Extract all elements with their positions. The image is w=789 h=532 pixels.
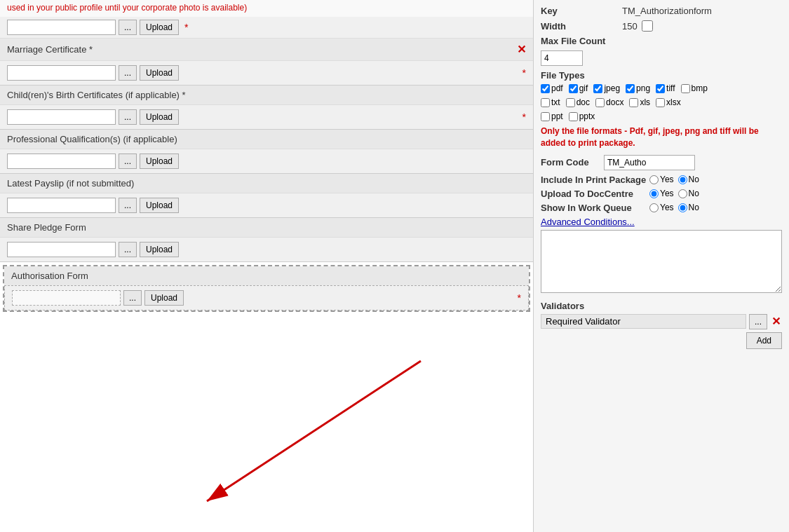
auth-section: Authorisation Form ... Upload * (3, 265, 530, 312)
upload-doccentre-row: Upload To DocCentre Yes No (541, 189, 782, 199)
bare-dots-button[interactable]: ... (119, 20, 137, 35)
right-panel: Key TM_Authorizationform Width 150 Max F… (533, 0, 789, 532)
validator-dots-button[interactable]: ... (749, 314, 767, 329)
filetype-xls: xls (629, 97, 650, 107)
bare-required-star: * (184, 22, 188, 33)
children-section: Child(ren)'s Birth Certificates (if appl… (0, 86, 533, 130)
upload-doccentre-no-label[interactable]: No (678, 189, 699, 198)
show-work-queue-yes-radio[interactable] (649, 203, 659, 212)
form-code-input[interactable] (604, 155, 695, 170)
share-file-input[interactable] (7, 242, 116, 257)
show-work-queue-no-radio[interactable] (678, 203, 687, 212)
bare-file-input[interactable] (7, 20, 116, 35)
show-work-queue-no-label[interactable]: No (678, 203, 699, 212)
filetype-txt-checkbox[interactable] (541, 98, 550, 107)
filetype-xls-checkbox[interactable] (629, 98, 638, 107)
filetype-bmp-checkbox[interactable] (681, 84, 690, 93)
marriage-required-star: * (522, 67, 526, 79)
include-print-label: Include In Print Package (541, 175, 649, 185)
payslip-upload-row: ... Upload (0, 193, 533, 217)
include-print-yes-radio[interactable] (649, 175, 659, 184)
share-section: Share Pledge Form ... Upload (0, 218, 533, 262)
add-validator-button[interactable]: Add (746, 332, 782, 349)
include-print-no-label[interactable]: No (678, 175, 699, 184)
filetype-tiff-checkbox[interactable] (656, 84, 665, 93)
payslip-header: Latest Payslip (if not submitted) (0, 174, 533, 193)
children-title: Child(ren)'s Birth Certificates (if appl… (7, 90, 186, 100)
filetype-gif: gif (569, 83, 588, 93)
filetype-gif-checkbox[interactable] (569, 84, 578, 93)
filetype-png-checkbox[interactable] (626, 84, 635, 93)
payslip-file-input[interactable] (7, 198, 116, 213)
auth-dots-button[interactable]: ... (123, 290, 142, 306)
auth-upload-button[interactable]: Upload (144, 290, 184, 306)
upload-doccentre-yes-radio[interactable] (649, 189, 659, 198)
validator-remove-button[interactable]: ✕ (770, 315, 782, 328)
filetype-bmp: bmp (681, 83, 708, 93)
marriage-header: Marriage Certificate * ✕ (0, 39, 533, 61)
upload-doccentre-yes-label[interactable]: Yes (649, 189, 674, 198)
key-row: Key TM_Authorizationform (541, 6, 782, 16)
upload-doccentre-label: Upload To DocCentre (541, 189, 649, 199)
file-types-label: File Types (541, 70, 782, 81)
upload-doccentre-options: Yes No (649, 189, 699, 198)
payslip-upload-button[interactable]: Upload (140, 198, 179, 213)
filetype-jpeg-checkbox[interactable] (593, 84, 602, 93)
top-note: used in your public profile until your c… (0, 0, 533, 17)
width-row: Width 150 (541, 20, 782, 32)
share-upload-row: ... Upload (0, 238, 533, 261)
advanced-conditions-link[interactable]: Advanced Conditions... (541, 217, 635, 227)
children-file-input[interactable] (7, 109, 116, 125)
upload-doccentre-no-radio[interactable] (678, 189, 687, 198)
payslip-dots-button[interactable]: ... (119, 198, 137, 213)
max-file-input[interactable] (541, 50, 583, 66)
width-value: 150 (622, 21, 638, 32)
share-upload-button[interactable]: Upload (140, 242, 179, 257)
marriage-file-input[interactable] (7, 65, 116, 81)
advanced-conditions-textarea[interactable] (541, 230, 782, 293)
include-print-yes-label[interactable]: Yes (649, 175, 674, 184)
bare-upload-button[interactable]: Upload (140, 20, 179, 35)
share-dots-button[interactable]: ... (119, 242, 137, 257)
children-header: Child(ren)'s Birth Certificates (if appl… (0, 86, 533, 105)
auth-file-input[interactable] (12, 290, 121, 306)
show-work-queue-row: Show In Work Queue Yes No (541, 203, 782, 213)
share-title: Share Pledge Form (7, 222, 86, 233)
qualification-upload-row: ... Upload (0, 149, 533, 173)
qualification-file-input[interactable] (7, 154, 116, 169)
filetype-jpeg: jpeg (593, 83, 620, 93)
include-print-options: Yes No (649, 175, 699, 184)
max-file-label: Max File Count (541, 36, 618, 46)
marriage-close-button[interactable]: ✕ (517, 43, 526, 56)
filetype-ppt-checkbox[interactable] (541, 112, 550, 121)
filetype-txt: txt (541, 97, 560, 107)
filetype-png: png (626, 83, 650, 93)
include-print-no-radio[interactable] (678, 175, 687, 184)
filetype-pptx-checkbox[interactable] (569, 112, 578, 121)
filetype-pptx: pptx (569, 111, 595, 121)
key-value: TM_Authorizationform (622, 6, 712, 16)
children-required-star: * (522, 111, 526, 123)
print-note: Only the file formats - Pdf, gif, jpeg, … (541, 125, 782, 149)
filetype-docx: docx (595, 97, 623, 107)
filetype-docx-checkbox[interactable] (595, 98, 605, 107)
qualification-dots-button[interactable]: ... (119, 154, 137, 169)
children-dots-button[interactable]: ... (119, 109, 137, 125)
qualification-upload-button[interactable]: Upload (140, 154, 179, 169)
filetype-pdf-checkbox[interactable] (541, 84, 550, 93)
marriage-dots-button[interactable]: ... (119, 65, 137, 81)
include-print-row: Include In Print Package Yes No (541, 175, 782, 185)
payslip-section: Latest Payslip (if not submitted) ... Up… (0, 174, 533, 218)
filetype-ppt: ppt (541, 111, 563, 121)
marriage-upload-row: ... Upload * (0, 61, 533, 85)
validator-row: Required Validator ... ✕ (541, 314, 782, 329)
width-checkbox[interactable] (642, 20, 653, 32)
filetype-doc-checkbox[interactable] (566, 98, 575, 107)
marriage-upload-button[interactable]: Upload (140, 65, 179, 81)
validators-title: Validators (541, 301, 782, 311)
children-upload-button[interactable]: Upload (140, 109, 179, 125)
auth-title: Authorisation Form (11, 271, 88, 281)
filetype-pdf: pdf (541, 83, 563, 93)
filetype-xlsx-checkbox[interactable] (656, 98, 665, 107)
show-work-queue-yes-label[interactable]: Yes (649, 203, 674, 212)
